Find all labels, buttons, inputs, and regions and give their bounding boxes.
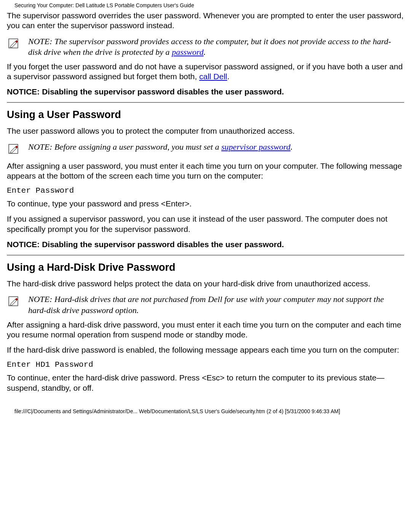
code-enter-password: Enter Password xyxy=(7,186,404,195)
heading-hdd-password: Using a Hard-Disk Drive Password xyxy=(7,262,404,273)
note-supervisor-access: NOTE: The supervisor password provides a… xyxy=(7,36,404,58)
note-prefix: NOTE: Before assigning a user password, … xyxy=(28,142,221,152)
call-dell-link[interactable]: call Dell xyxy=(199,72,227,81)
forgot-paragraph: If you forget the user password and do n… xyxy=(7,62,404,82)
hdd-p4: To continue, enter the hard-disk drive p… xyxy=(7,373,404,393)
divider xyxy=(7,255,404,256)
hdd-p2: After assigning a hard-disk drive passwo… xyxy=(7,320,404,340)
supervisor-password-link[interactable]: supervisor password xyxy=(221,142,290,152)
note-suffix: . xyxy=(290,142,293,152)
page-footer-path: file:///C|/Documents and Settings/Admini… xyxy=(14,408,404,414)
heading-user-password: Using a User Password xyxy=(7,109,404,121)
user-p1: The user password allows you to protect … xyxy=(7,126,404,136)
user-p4: If you assigned a supervisor password, y… xyxy=(7,214,404,234)
note-icon xyxy=(7,142,28,157)
hdd-p1: The hard-disk drive password helps prote… xyxy=(7,279,404,289)
notice-supervisor-disables-user-2: NOTICE: Disabling the supervisor passwor… xyxy=(7,240,404,249)
code-enter-hd1-password: Enter HD1 Password xyxy=(7,360,404,369)
note-text: NOTE: The supervisor password provides a… xyxy=(28,36,404,58)
password-link[interactable]: password xyxy=(172,47,204,57)
note-text: NOTE: Hard-disk drives that are not purc… xyxy=(28,294,404,316)
note-text: NOTE: Before assigning a user password, … xyxy=(28,142,293,153)
intro-paragraph: The supervisor password overrides the us… xyxy=(7,11,404,31)
notice-supervisor-disables-user: NOTICE: Disabling the supervisor passwor… xyxy=(7,87,404,97)
note-set-supervisor-first: NOTE: Before assigning a user password, … xyxy=(7,142,404,157)
forgot-suffix: . xyxy=(227,72,229,81)
note-hdd-support: NOTE: Hard-disk drives that are not purc… xyxy=(7,294,404,316)
user-p3: To continue, type your password and pres… xyxy=(7,199,404,209)
note-prefix: NOTE: The supervisor password provides a… xyxy=(28,37,391,57)
note-icon xyxy=(7,36,28,52)
hdd-p3: If the hard-disk drive password is enabl… xyxy=(7,345,404,355)
divider xyxy=(7,102,404,103)
page-header-title: Securing Your Computer: Dell Latitude LS… xyxy=(14,2,404,8)
user-p2: After assigning a user password, you mus… xyxy=(7,161,404,181)
note-icon xyxy=(7,294,28,310)
note-suffix: . xyxy=(204,47,206,57)
